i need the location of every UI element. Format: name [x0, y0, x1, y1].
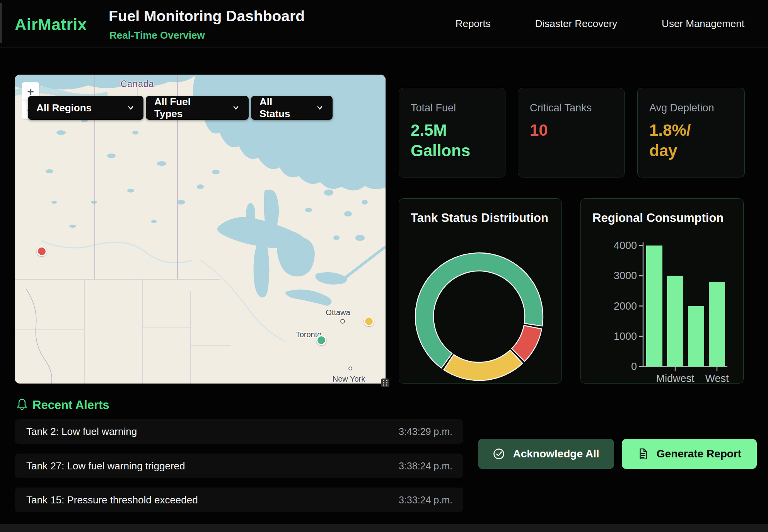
filter-status-label: All Status: [259, 96, 305, 120]
svg-text:1000: 1000: [614, 331, 637, 342]
svg-text:0: 0: [631, 361, 637, 372]
bar-chart-card: Regional Consumption 01000200030004000Mi…: [580, 198, 744, 384]
svg-text:Midwest: Midwest: [656, 373, 695, 383]
alert-row[interactable]: Tank 27: Low fuel warning triggered 3:38…: [15, 454, 463, 478]
generate-report-label: Generate Report: [657, 448, 741, 460]
filter-status-dropdown[interactable]: All Status: [251, 96, 333, 120]
header: AirMatrix Fuel Monitoring Dashboard Real…: [0, 0, 768, 48]
stat-value: 2.5M Gallons: [411, 120, 493, 161]
map-marker-normal[interactable]: [316, 335, 326, 345]
alert-message: Tank 27: Low fuel warning triggered: [26, 460, 185, 472]
tank-status-donut-chart: [399, 199, 562, 383]
chevron-down-icon: [232, 104, 240, 112]
acknowledge-all-label: Acknowledge All: [513, 448, 599, 460]
nav-disaster-recovery[interactable]: Disaster Recovery: [535, 18, 617, 30]
map-country-label: Canada: [121, 79, 154, 89]
check-circle-icon: [493, 448, 505, 460]
stat-card-avg-depletion: Avg Depletion 1.8%/ day: [637, 88, 745, 177]
stat-value: 1.8%/ day: [649, 120, 733, 161]
generate-report-button[interactable]: Generate Report: [622, 439, 757, 469]
map-panel: Canada Ottawa Toronto New York + − All R…: [15, 75, 386, 384]
page-title: Fuel Monitoring Dashboard: [109, 8, 305, 25]
acknowledge-all-button[interactable]: Acknowledge All: [478, 439, 614, 469]
map-city-label-new-york: New York: [333, 375, 365, 384]
alert-row[interactable]: Tank 2: Low fuel warning 3:43:29 p.m.: [15, 419, 463, 444]
alert-timestamp: 3:38:24 p.m.: [399, 460, 452, 472]
bottom-bar: [0, 524, 768, 532]
nav-reports[interactable]: Reports: [456, 18, 491, 30]
brand-logo: AirMatrix: [15, 15, 87, 34]
filter-regions-dropdown[interactable]: All Regions: [28, 96, 143, 120]
resize-grip[interactable]: [381, 379, 389, 387]
stat-label: Critical Tanks: [530, 102, 613, 114]
map-marker-critical[interactable]: [37, 246, 47, 256]
nav-user-management[interactable]: User Management: [662, 18, 744, 30]
map-filters: All Regions All Fuel Types All Status: [28, 96, 333, 120]
regional-consumption-bar-chart: 01000200030004000MidwestWest: [581, 199, 744, 383]
chevron-down-icon: [126, 104, 135, 112]
stat-label: Total Fuel: [411, 102, 493, 114]
donut-chart-card: Tank Status Distribution: [399, 198, 562, 384]
filter-regions-label: All Regions: [36, 102, 92, 114]
dashboard-root: AirMatrix Fuel Monitoring Dashboard Real…: [0, 0, 768, 532]
svg-text:2000: 2000: [614, 300, 637, 312]
filter-fuel-types-label: All Fuel Types: [154, 96, 222, 120]
window-edge: [0, 3, 2, 43]
filter-fuel-types-dropdown[interactable]: All Fuel Types: [146, 96, 249, 120]
bell-icon: [15, 397, 29, 413]
svg-text:West: West: [705, 373, 729, 383]
document-icon: [637, 448, 649, 460]
alert-message: Tank 15: Pressure threshold exceeded: [26, 494, 198, 506]
stat-value: 10: [530, 120, 613, 141]
map-city-label-ottawa: Ottawa: [326, 308, 350, 317]
chevron-down-icon: [316, 104, 324, 112]
svg-text:4000: 4000: [614, 240, 637, 251]
page-subtitle: Real-Time Overview: [109, 29, 205, 41]
alert-row[interactable]: Tank 15: Pressure threshold exceeded 3:3…: [15, 488, 463, 512]
stat-card-total-fuel: Total Fuel 2.5M Gallons: [399, 88, 505, 177]
alert-message: Tank 2: Low fuel warning: [26, 426, 137, 438]
alerts-section-title: Recent Alerts: [32, 398, 109, 412]
stat-card-critical-tanks: Critical Tanks 10: [518, 88, 625, 177]
stat-label: Avg Depletion: [649, 102, 733, 114]
map-marker-warning[interactable]: [364, 316, 374, 326]
main-nav: Reports Disaster Recovery User Managemen…: [456, 0, 744, 48]
svg-text:3000: 3000: [614, 270, 637, 281]
map-canvas[interactable]: [15, 75, 386, 384]
alert-timestamp: 3:33:24 p.m.: [399, 494, 452, 506]
alert-timestamp: 3:43:29 p.m.: [399, 426, 452, 437]
